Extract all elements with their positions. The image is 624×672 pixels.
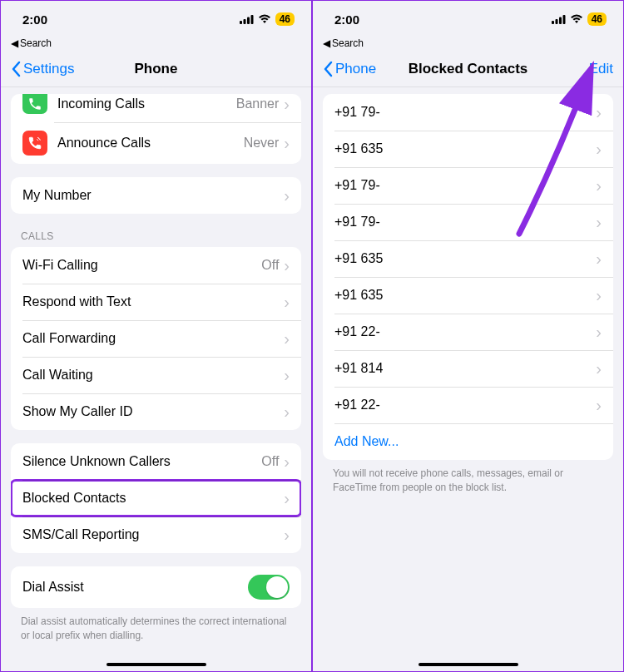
row-label: +91 79-: [334, 105, 596, 120]
row-announce-calls[interactable]: Announce Calls Never ›: [11, 122, 301, 164]
breadcrumb-back[interactable]: ◀ Search: [1, 37, 311, 51]
blocked-footer: You will not receive phone calls, messag…: [333, 467, 603, 495]
chevron-right-icon: ›: [596, 177, 602, 194]
row-blocked-5[interactable]: +91 635›: [323, 277, 613, 314]
row-silence-unknown-callers[interactable]: Silence Unknown CallersOff›: [11, 443, 301, 480]
svg-rect-0: [240, 21, 242, 24]
row-label: +91 635: [334, 141, 596, 156]
row-label: Announce Calls: [57, 136, 244, 151]
row-blocked-6[interactable]: +91 22-›: [323, 314, 613, 350]
chevron-right-icon: ›: [596, 324, 602, 340]
chevron-right-icon: ›: [596, 360, 602, 377]
group-blocked-list: +91 79-›+91 635›+91 79-›+91 79-›+91 635›…: [323, 94, 613, 460]
row-respond-with-text[interactable]: Respond with Text›: [11, 284, 301, 320]
content-scroll[interactable]: +91 79-›+91 635›+91 79-›+91 79-›+91 635›…: [313, 87, 623, 671]
nav-bar: Settings Phone: [1, 51, 311, 87]
row-label: My Number: [22, 188, 284, 203]
chevron-right-icon: ›: [284, 96, 290, 112]
home-indicator[interactable]: [106, 663, 206, 666]
row-blocked-3[interactable]: +91 79-›: [323, 204, 613, 240]
row-value: Off: [261, 454, 279, 469]
svg-rect-2: [247, 17, 250, 24]
row-label: Show My Caller ID: [22, 404, 284, 419]
group-blocking: Silence Unknown CallersOff›Blocked Conta…: [11, 443, 301, 553]
svg-rect-5: [555, 19, 557, 24]
row-value: Off: [261, 258, 279, 273]
row-call-forwarding[interactable]: Call Forwarding›: [11, 320, 301, 357]
blocked-contacts-screen: 2:00 46 ◀ Search Phone Blocked Contacts …: [311, 1, 623, 671]
cellular-signal-icon: [240, 12, 254, 27]
chevron-right-icon: ›: [284, 135, 290, 151]
chevron-right-icon: ›: [284, 294, 290, 310]
chevron-right-icon: ›: [284, 526, 290, 543]
row-wi-fi-calling[interactable]: Wi-Fi CallingOff›: [11, 247, 301, 284]
row-blocked-8[interactable]: +91 22-›: [323, 387, 613, 423]
content-scroll[interactable]: Incoming Calls Banner › Announce Calls N…: [1, 87, 311, 671]
section-header-calls: CALLS: [21, 230, 291, 242]
chevron-right-icon: ›: [596, 397, 602, 413]
group-my-number: My Number ›: [11, 177, 301, 214]
status-time: 2:00: [334, 12, 359, 27]
phone-incoming-icon: [22, 94, 47, 114]
row-add-new[interactable]: Add New...: [323, 423, 613, 460]
chevron-right-icon: ›: [596, 141, 602, 157]
chevron-left-icon: ◀: [323, 37, 330, 49]
back-label: Settings: [23, 61, 74, 77]
chevron-left-icon: [323, 61, 333, 77]
dial-assist-toggle[interactable]: [248, 575, 290, 600]
row-sms-call-reporting[interactable]: SMS/Call Reporting›: [11, 516, 301, 553]
chevron-right-icon: ›: [284, 490, 290, 506]
row-incoming-calls[interactable]: Incoming Calls Banner ›: [11, 94, 301, 122]
back-button[interactable]: Settings: [11, 61, 74, 77]
breadcrumb-label: Search: [20, 37, 52, 49]
row-label: Blocked Contacts: [22, 491, 284, 506]
row-blocked-2[interactable]: +91 79-›: [323, 167, 613, 204]
row-label: Call Forwarding: [22, 331, 284, 346]
edit-button[interactable]: Edit: [589, 61, 613, 77]
battery-indicator: 46: [275, 12, 295, 26]
svg-rect-3: [250, 15, 253, 24]
home-indicator[interactable]: [418, 663, 518, 666]
row-label: Call Waiting: [22, 368, 284, 383]
breadcrumb-back[interactable]: ◀ Search: [313, 37, 623, 51]
chevron-right-icon: ›: [596, 287, 602, 304]
row-dial-assist[interactable]: Dial Assist: [11, 566, 301, 608]
svg-rect-6: [559, 17, 562, 24]
row-label: +91 635: [334, 251, 596, 266]
svg-rect-7: [562, 15, 565, 24]
row-show-my-caller-id[interactable]: Show My Caller ID›: [11, 393, 301, 430]
row-blocked-7[interactable]: +91 814›: [323, 350, 613, 387]
row-label: +91 814: [334, 361, 596, 376]
status-right: 46: [552, 12, 607, 27]
row-label: Incoming Calls: [57, 96, 236, 111]
row-label: Respond with Text: [22, 294, 284, 309]
row-blocked-1[interactable]: +91 635›: [323, 131, 613, 167]
row-call-waiting[interactable]: Call Waiting›: [11, 357, 301, 393]
row-blocked-4[interactable]: +91 635›: [323, 240, 613, 277]
row-label: +91 22-: [334, 398, 596, 413]
chevron-right-icon: ›: [284, 403, 290, 420]
chevron-left-icon: ◀: [11, 37, 18, 49]
chevron-right-icon: ›: [284, 257, 290, 274]
status-bar: 2:00 46: [313, 1, 623, 37]
chevron-right-icon: ›: [596, 214, 602, 230]
back-button[interactable]: Phone: [323, 61, 376, 77]
announce-icon: [22, 131, 47, 156]
nav-bar: Phone Blocked Contacts Edit: [313, 51, 623, 87]
group-calls: Wi-Fi CallingOff›Respond with Text›Call …: [11, 247, 301, 430]
chevron-left-icon: [11, 61, 21, 77]
chevron-right-icon: ›: [596, 250, 602, 267]
row-label: +91 22-: [334, 324, 596, 339]
chevron-right-icon: ›: [284, 330, 290, 347]
battery-indicator: 46: [587, 12, 607, 26]
row-blocked-contacts[interactable]: Blocked Contacts›: [11, 480, 301, 516]
chevron-right-icon: ›: [284, 187, 290, 204]
status-time: 2:00: [22, 12, 47, 27]
row-blocked-0[interactable]: +91 79-›: [323, 94, 613, 131]
phone-settings-screen: 2:00 46 ◀ Search Settings Phone Incoming…: [1, 1, 311, 671]
row-label: Dial Assist: [22, 580, 248, 595]
dial-assist-footer: Dial assist automatically determines the…: [21, 615, 291, 643]
row-value: Never: [244, 136, 280, 151]
row-my-number[interactable]: My Number ›: [11, 177, 301, 214]
row-label: Silence Unknown Callers: [22, 454, 261, 469]
